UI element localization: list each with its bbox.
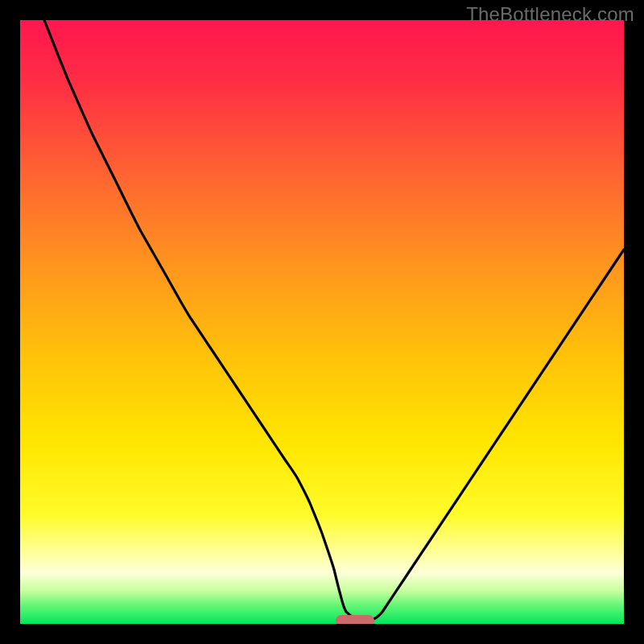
watermark-text: TheBottleneck.com <box>466 3 634 26</box>
optimum-marker <box>336 615 374 624</box>
chart-frame: TheBottleneck.com <box>0 0 644 644</box>
plot-area <box>20 20 624 624</box>
bottleneck-curve <box>20 20 624 624</box>
